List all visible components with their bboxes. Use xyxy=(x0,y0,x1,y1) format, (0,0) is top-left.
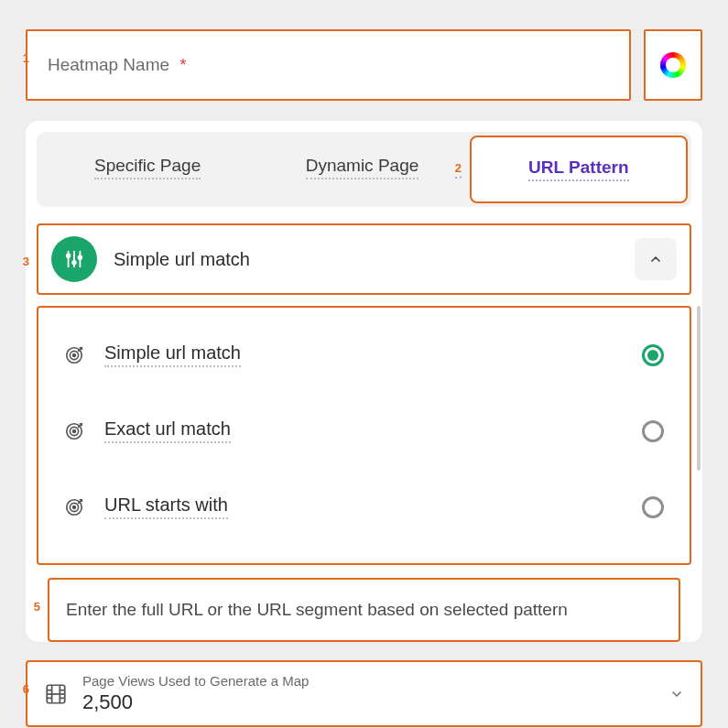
option-exact-url-match[interactable]: Exact url match xyxy=(64,393,664,469)
match-type-selector[interactable]: 3 Simple url match xyxy=(37,223,691,295)
tab-url-pattern[interactable]: 2 URL Pattern xyxy=(470,136,688,203)
config-card: Specific Page Dynamic Page 2 URL Pattern… xyxy=(26,121,702,642)
match-options-list: 4 Simple url match Exact url match xyxy=(37,306,691,565)
sliders-icon xyxy=(51,236,97,282)
target-icon xyxy=(64,345,84,365)
annotation-5: 5 xyxy=(24,600,40,614)
option-simple-url-match[interactable]: Simple url match xyxy=(64,317,664,393)
annotation-6: 6 xyxy=(13,682,29,696)
url-input[interactable]: Enter the full URL or the URL segment ba… xyxy=(48,578,680,642)
collapse-button[interactable] xyxy=(635,238,677,280)
target-icon xyxy=(64,497,84,517)
tab-specific-page[interactable]: Specific Page xyxy=(40,136,255,203)
page-type-tabs: Specific Page Dynamic Page 2 URL Pattern xyxy=(37,132,691,207)
film-icon xyxy=(44,682,68,706)
chevron-down-icon xyxy=(669,687,684,701)
page-views-label: Page Views Used to Generate a Map xyxy=(82,673,309,689)
svg-point-1 xyxy=(67,255,71,258)
page-views-selector[interactable]: 6 Page Views Used to Generate a Map 2,50… xyxy=(26,660,702,727)
color-picker-button[interactable] xyxy=(644,29,702,101)
match-type-label: Simple url match xyxy=(114,249,250,270)
heatmap-name-label: Heatmap Name * xyxy=(48,55,187,75)
target-icon xyxy=(64,421,84,441)
svg-point-14 xyxy=(73,505,76,508)
svg-point-3 xyxy=(72,261,76,265)
radio-unselected[interactable] xyxy=(642,496,664,518)
scrollbar[interactable] xyxy=(697,306,701,471)
annotation-2: 2 xyxy=(455,161,462,179)
heatmap-name-field[interactable]: Heatmap Name * xyxy=(26,29,631,101)
annotation-3: 3 xyxy=(13,255,29,268)
svg-point-11 xyxy=(73,429,76,432)
annotation-1: 1 xyxy=(13,51,29,65)
color-wheel-icon xyxy=(660,52,686,78)
option-url-starts-with[interactable]: URL starts with xyxy=(64,469,664,545)
chevron-up-icon xyxy=(648,252,663,266)
radio-selected[interactable] xyxy=(642,344,664,366)
tab-dynamic-page[interactable]: Dynamic Page xyxy=(255,136,469,203)
svg-point-5 xyxy=(79,255,82,259)
radio-unselected[interactable] xyxy=(642,420,664,442)
page-views-value: 2,500 xyxy=(82,690,309,714)
svg-point-8 xyxy=(73,353,76,356)
